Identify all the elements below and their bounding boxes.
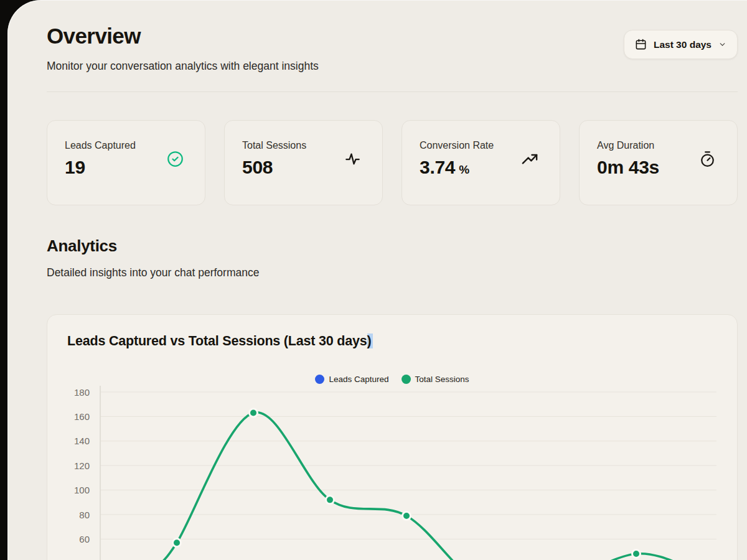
- stat-cards-row: Leads Captured 19 Total Sessions 508: [47, 120, 738, 205]
- svg-text:60: 60: [79, 534, 90, 544]
- stat-label: Avg Duration: [597, 140, 720, 151]
- svg-text:120: 120: [74, 460, 90, 471]
- calendar-icon: [635, 39, 647, 50]
- app-window: Overview Monitor your conversation analy…: [7, 0, 747, 560]
- page-title: Overview: [47, 24, 319, 49]
- chart-card: Leads Captured vs Total Sessions (Last 3…: [47, 314, 738, 560]
- stat-card-total-sessions: Total Sessions 508: [224, 120, 383, 205]
- svg-text:160: 160: [74, 411, 90, 422]
- svg-text:80: 80: [79, 510, 90, 520]
- svg-text:180: 180: [74, 387, 90, 398]
- frame-accent-strip: [7, 531, 11, 560]
- activity-icon: [344, 151, 361, 167]
- date-range-label: Last 30 days: [654, 39, 712, 50]
- page-subtitle: Monitor your conversation analytics with…: [47, 60, 319, 73]
- analytics-section-subtitle: Detailed insights into your chat perform…: [47, 266, 738, 279]
- stat-card-leads-captured: Leads Captured 19: [47, 120, 205, 205]
- svg-text:140: 140: [74, 436, 90, 446]
- stat-label: Conversion Rate: [420, 140, 542, 151]
- stat-card-avg-duration: Avg Duration 0m 43s: [579, 120, 738, 205]
- date-range-button[interactable]: Last 30 days: [624, 30, 738, 59]
- trending-up-icon: [521, 151, 538, 168]
- line-chart: 1801601401201008060: [47, 315, 737, 560]
- stat-label: Leads Captured: [65, 140, 187, 151]
- timer-icon: [699, 151, 716, 167]
- svg-text:100: 100: [74, 485, 90, 495]
- page-header: Overview Monitor your conversation analy…: [47, 24, 738, 73]
- header-divider: [47, 91, 738, 92]
- circle-check-icon: [167, 151, 184, 167]
- stat-value-suffix: %: [459, 163, 469, 176]
- stat-label: Total Sessions: [242, 140, 365, 151]
- stat-card-conversion-rate: Conversion Rate 3.74%: [402, 120, 560, 205]
- analytics-section-title: Analytics: [47, 236, 738, 256]
- chevron-down-icon: [718, 40, 726, 49]
